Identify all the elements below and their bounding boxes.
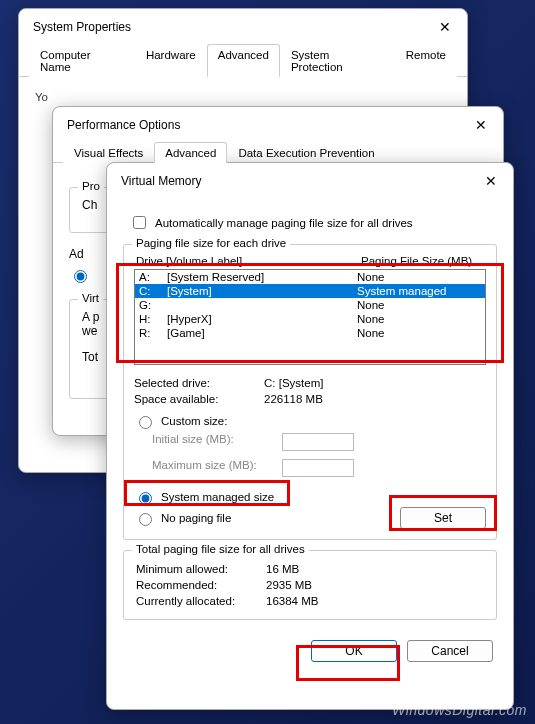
auto-manage-checkbox[interactable] — [133, 216, 146, 229]
ok-button[interactable]: OK — [311, 640, 397, 662]
sys-tabs: Computer Name Hardware Advanced System P… — [19, 43, 467, 77]
paging-file-group: Paging file size for each drive Drive [V… — [123, 244, 497, 540]
system-managed-row: System managed size — [134, 487, 486, 507]
tab-advanced[interactable]: Advanced — [207, 44, 280, 77]
no-paging-label: No paging file — [161, 512, 231, 524]
drive-list[interactable]: A:[System Reserved]NoneC:[System]System … — [134, 269, 486, 365]
drive-row[interactable]: C:[System]System managed — [135, 284, 485, 298]
perf-tabs: Visual Effects Advanced Data Execution P… — [53, 141, 503, 163]
set-button[interactable]: Set — [400, 507, 486, 529]
space-available-value: 226118 MB — [264, 393, 323, 405]
recommended-value: 2935 MB — [266, 579, 312, 591]
virtual-memory-dialog: Virtual Memory ✕ Automatically manage pa… — [106, 162, 514, 710]
no-paging-radio[interactable] — [139, 513, 152, 526]
close-icon[interactable]: ✕ — [469, 115, 493, 135]
max-size-row: Maximum size (MB): — [134, 457, 486, 479]
custom-size-radio[interactable] — [139, 416, 152, 429]
vm-title: Virtual Memory — [121, 174, 201, 188]
sys-body-text: Yo — [35, 91, 48, 103]
group-text: Ch — [82, 198, 97, 212]
system-managed-label: System managed size — [161, 491, 274, 503]
close-icon[interactable]: ✕ — [479, 171, 503, 191]
currently-allocated-value: 16384 MB — [266, 595, 318, 607]
dialog-buttons: OK Cancel — [123, 630, 497, 666]
programs-radio[interactable] — [74, 270, 87, 283]
initial-size-row: Initial size (MB): — [134, 431, 486, 453]
group-legend: Paging file size for each drive — [132, 237, 290, 249]
tab-computer-name[interactable]: Computer Name — [29, 44, 135, 77]
group-legend: Virt — [78, 292, 103, 304]
tab-dep[interactable]: Data Execution Prevention — [227, 142, 385, 163]
sys-title: System Properties — [33, 20, 131, 34]
auto-manage-row: Automatically manage paging file size fo… — [129, 211, 497, 234]
cancel-button[interactable]: Cancel — [407, 640, 493, 662]
group-legend: Pro — [78, 180, 104, 192]
selected-drive-value: C: [System] — [264, 377, 323, 389]
tab-hardware[interactable]: Hardware — [135, 44, 207, 77]
close-icon[interactable]: ✕ — [433, 17, 457, 37]
perf-title: Performance Options — [67, 118, 180, 132]
group-legend: Total paging file size for all drives — [132, 543, 309, 555]
drive-row[interactable]: H:[HyperX]None — [135, 312, 485, 326]
selected-drive-row: Selected drive: C: [System] — [134, 375, 486, 391]
tab-system-protection[interactable]: System Protection — [280, 44, 395, 77]
totals-group: Total paging file size for all drives Mi… — [123, 550, 497, 620]
max-size-input[interactable] — [282, 459, 354, 477]
drive-list-header: Drive [Volume Label] Paging File Size (M… — [134, 255, 486, 269]
system-managed-radio[interactable] — [139, 492, 152, 505]
perf-titlebar: Performance Options ✕ — [53, 107, 503, 141]
custom-size-row: Custom size: — [134, 411, 486, 431]
tab-visual-effects[interactable]: Visual Effects — [63, 142, 154, 163]
header-size: Paging File Size (MB) — [361, 255, 472, 267]
vm-titlebar: Virtual Memory ✕ — [107, 163, 513, 197]
custom-size-label: Custom size: — [161, 415, 227, 427]
tab-advanced[interactable]: Advanced — [154, 142, 227, 163]
auto-manage-label: Automatically manage paging file size fo… — [155, 217, 413, 229]
sys-titlebar: System Properties ✕ — [19, 9, 467, 43]
no-paging-row: No paging file — [134, 508, 231, 528]
watermark: WindowsDigital.com — [392, 702, 527, 718]
drive-row[interactable]: R:[Game]None — [135, 326, 485, 340]
space-available-row: Space available: 226118 MB — [134, 391, 486, 407]
initial-size-input[interactable] — [282, 433, 354, 451]
tab-remote[interactable]: Remote — [395, 44, 457, 77]
drive-row[interactable]: A:[System Reserved]None — [135, 270, 485, 284]
drive-row[interactable]: G:None — [135, 298, 485, 312]
header-drive: Drive [Volume Label] — [136, 255, 361, 267]
min-allowed-value: 16 MB — [266, 563, 299, 575]
